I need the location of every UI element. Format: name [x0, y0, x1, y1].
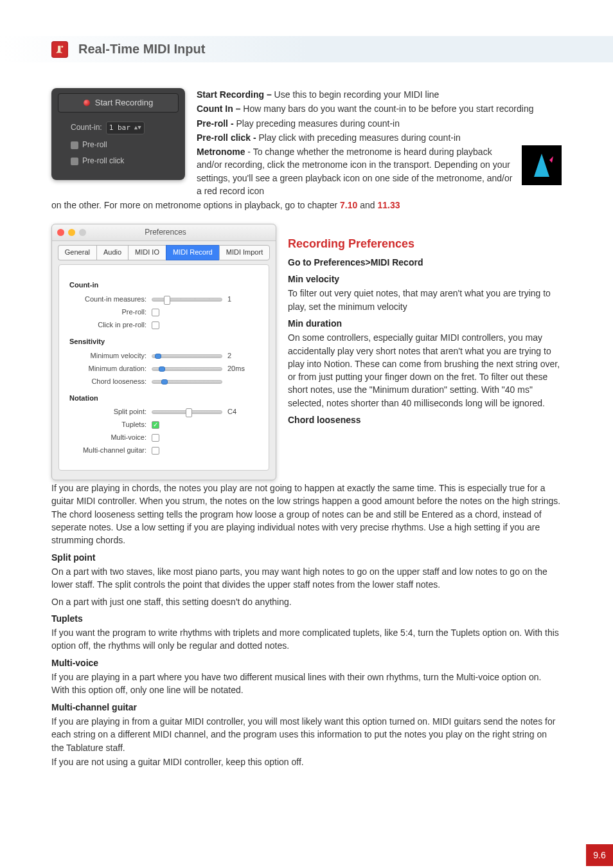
page-number: 9.6 — [586, 844, 613, 866]
start-rec-text: Use this to begin recording your MIDI li… — [274, 89, 440, 100]
count-in-label: Count-in: — [71, 122, 102, 133]
min-duration-label: Minimum duration: — [68, 364, 152, 374]
preroll-pref-checkbox[interactable] — [152, 309, 159, 316]
mcg-heading: Multi-channel guitar — [51, 701, 562, 714]
mcg-text2: If you are not using a guitar MIDI contr… — [51, 755, 562, 768]
record-icon — [84, 100, 90, 106]
tab-midi-import[interactable]: MIDI Import — [219, 245, 270, 260]
min-duration-heading: Min duration — [288, 317, 562, 330]
multivoice-label: Multi-voice: — [68, 433, 152, 443]
preroll-pref-label: Pre-roll: — [68, 307, 152, 318]
goto-prefs: Go to Preferences>MIDI Record — [288, 256, 562, 269]
preroll-text: Play preceding measures during count-in — [236, 118, 399, 129]
app-icon — [51, 41, 68, 58]
tab-audio[interactable]: Audio — [96, 245, 128, 260]
prerollclick-term: Pre-roll click - — [197, 132, 258, 143]
min-velocity-label: Minimum velocity: — [68, 351, 152, 361]
prerollclick-text: Play click with preceding measures durin… — [258, 132, 460, 143]
zoom-icon[interactable] — [79, 229, 86, 236]
split-point-label: Split point: — [68, 407, 152, 417]
click-preroll-checkbox[interactable] — [152, 321, 159, 329]
group-notation: Notation — [69, 393, 260, 404]
preferences-titlebar: Preferences — [52, 224, 276, 241]
tab-general[interactable]: General — [58, 245, 96, 260]
split-point-text2: On a part with just one staff, this sett… — [51, 595, 562, 608]
close-icon[interactable] — [57, 229, 64, 236]
min-duration-slider[interactable] — [152, 367, 222, 371]
countin-measures-label: Count-in measures: — [68, 294, 152, 305]
preferences-title: Preferences — [86, 227, 245, 238]
multivoice-heading: Multi-voice — [51, 656, 562, 669]
chapter-ref-1: 7.10 — [340, 200, 357, 210]
chord-looseness-text: If you are playing in chords, the notes … — [51, 482, 562, 547]
group-sensitivity: Sensitivity — [69, 337, 260, 347]
recording-prefs-text: Recording Preferences Go to Preferences>… — [288, 224, 562, 428]
stepper-icon: ▲▼ — [134, 123, 141, 132]
count-in-select[interactable]: 1 bar ▲▼ — [106, 122, 145, 134]
multivoice-checkbox[interactable] — [152, 434, 159, 442]
chord-looseness-label: Chord looseness: — [68, 377, 152, 387]
start-recording-panel: Start Recording Count-in: 1 bar ▲▼ Pre-r… — [51, 88, 185, 180]
minimize-icon[interactable] — [68, 229, 75, 236]
click-preroll-label: Click in pre-roll: — [68, 320, 152, 330]
split-point-slider[interactable] — [152, 410, 222, 414]
tab-midi-record[interactable]: MIDI Record — [166, 245, 219, 260]
recording-prefs-heading: Recording Preferences — [288, 235, 562, 252]
metronome-icon — [522, 145, 562, 185]
preroll-checkbox[interactable] — [71, 141, 78, 149]
metronome-term: Metronome — [197, 147, 245, 157]
countin-measures-slider[interactable] — [152, 298, 222, 302]
min-velocity-value: 2 — [227, 351, 253, 361]
tuplets-label: Tuplets: — [68, 420, 152, 430]
preferences-window: Preferences General Audio MIDI IO MIDI R… — [51, 224, 276, 481]
tab-midi-io[interactable]: MIDI IO — [128, 245, 166, 260]
svg-marker-1 — [534, 154, 549, 177]
preroll-label: Pre-roll — [82, 140, 107, 150]
multivoice-text: If you are playing in a part where you h… — [51, 671, 562, 697]
split-point-text1: On a part with two staves, like most pia… — [51, 565, 562, 592]
mcg-text1: If you are playing in from a guitar MIDI… — [51, 715, 562, 754]
chord-looseness-slider[interactable] — [152, 380, 222, 384]
group-countin: Count-in — [69, 280, 260, 291]
start-recording-button[interactable]: Start Recording — [58, 93, 179, 113]
min-velocity-heading: Min velocity — [288, 273, 562, 285]
min-velocity-text: To filter out very quiet notes, that may… — [288, 287, 562, 313]
min-duration-value: 20ms — [227, 364, 253, 374]
countin-term: Count In – — [197, 104, 243, 114]
preroll-click-checkbox[interactable] — [71, 158, 78, 165]
body-text: If you are playing in chords, the notes … — [0, 482, 613, 768]
svg-point-0 — [61, 46, 63, 48]
tuplets-checkbox[interactable] — [152, 421, 159, 429]
preferences-tabs: General Audio MIDI IO MIDI Record MIDI I… — [52, 241, 276, 264]
page-title: Real-Time MIDI Input — [78, 40, 205, 59]
split-point-heading: Split point — [51, 551, 562, 564]
chord-looseness-heading: Chord looseness — [288, 413, 562, 426]
min-duration-text: On some controllers, especially guitar M… — [288, 331, 562, 410]
mcg-checkbox[interactable] — [152, 447, 159, 455]
min-velocity-slider[interactable] — [152, 354, 222, 358]
tuplets-text: If you want the program to write rhythms… — [51, 626, 562, 653]
countin-text: How many bars do you want the count-in t… — [243, 104, 533, 114]
preroll-term: Pre-roll - — [197, 118, 236, 129]
metronome-tail: on the other. For more on metronome opti… — [51, 199, 562, 212]
svg-marker-2 — [549, 156, 553, 163]
start-recording-label: Start Recording — [95, 97, 153, 109]
split-point-value: C4 — [227, 407, 253, 417]
chapter-ref-2: 11.33 — [377, 200, 400, 210]
page-header: Real-Time MIDI Input — [0, 36, 613, 62]
start-rec-term: Start Recording – — [197, 89, 274, 100]
window-controls[interactable] — [57, 229, 86, 236]
count-in-value: 1 bar — [109, 123, 130, 133]
intro-description: Start Recording – Use this to begin reco… — [197, 88, 562, 199]
preroll-click-label: Pre-roll click — [82, 156, 124, 167]
countin-measures-value: 1 — [227, 294, 253, 305]
mcg-label: Multi-channel guitar: — [68, 446, 152, 456]
tuplets-heading: Tuplets — [51, 612, 562, 625]
